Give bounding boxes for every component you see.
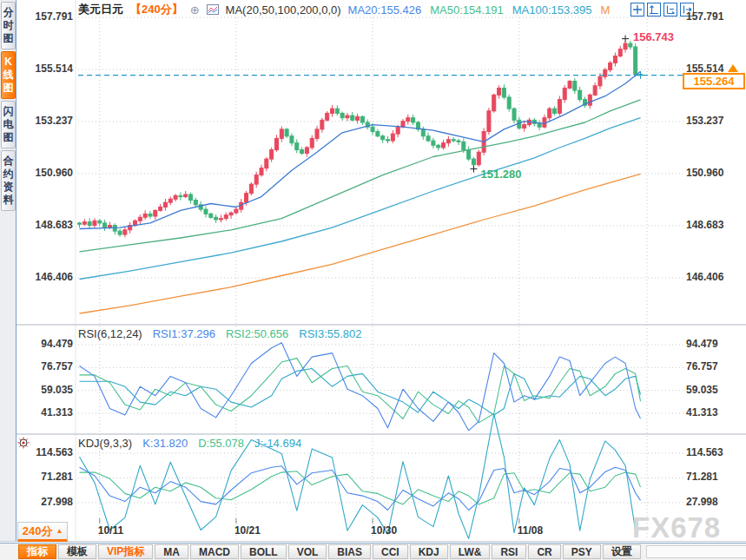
kdj-indicator-header: KDJ(9,3,3) K:31.820D:55.078J:-14.694 xyxy=(78,437,301,450)
sidebar-tabs: 分 时 图K 线 图闪 电 图合 约 资 料 xyxy=(0,0,17,541)
toolbar-button-BOLL[interactable]: BOLL xyxy=(241,544,287,559)
indicator-value: K:31.820 xyxy=(142,437,188,450)
period-selector-button[interactable]: 240分 ▲ xyxy=(17,522,68,542)
toolbar-button-KDJ[interactable]: KDJ xyxy=(410,544,448,559)
toolbar-button-设置[interactable]: 设置 xyxy=(603,544,641,559)
watermark: FX678 xyxy=(632,511,721,544)
symbol-title: 美元日元 xyxy=(78,2,123,17)
chevron-up-icon: ▲ xyxy=(56,527,63,535)
high-price-annotation: 156.743 xyxy=(633,30,674,43)
indicator-value: MA100:153.395 xyxy=(512,3,592,16)
chart-tool-icons xyxy=(630,3,694,16)
toolbar-button-LW&[interactable]: LW& xyxy=(450,544,491,559)
shift-right-icon[interactable] xyxy=(680,3,694,16)
mini-chart-icon[interactable] xyxy=(207,4,219,15)
indicator-value: MA20:155.426 xyxy=(348,3,422,16)
circle-plus-icon[interactable]: ⊕ xyxy=(190,3,200,16)
indicator-value: RSI1:37.296 xyxy=(153,327,215,340)
candles xyxy=(78,41,643,237)
sidebar-tab-tick-chart[interactable]: 闪 电 图 xyxy=(1,101,16,148)
sidebar-tab-kline-chart[interactable]: K 线 图 xyxy=(1,51,16,99)
toolbar-button-MACD[interactable]: MACD xyxy=(190,544,239,559)
crosshair-icon[interactable] xyxy=(630,3,644,16)
indicator-marker-icon[interactable] xyxy=(17,437,30,449)
toolbar-button-BIAS[interactable]: BIAS xyxy=(328,544,371,559)
rsi-values: RSI1:37.296RSI2:50.656RSI3:55.802 xyxy=(153,327,362,340)
kdj-name: KDJ(9,3,3) xyxy=(78,437,132,450)
indicator-value: M xyxy=(601,3,611,16)
trading-app: 分 时 图K 线 图闪 电 图合 约 资 料 美元日元 【240分】 ⊕ MA(… xyxy=(0,0,746,560)
indicator-value: RSI3:55.802 xyxy=(299,327,361,340)
toolbar-button-RSI[interactable]: RSI xyxy=(492,544,526,559)
toolbar-button-VOL[interactable]: VOL xyxy=(288,544,327,559)
low-price-annotation: 151.280 xyxy=(480,168,521,181)
sidebar-tab-contract-info[interactable]: 合 约 资 料 xyxy=(1,150,16,211)
bottom-toolbar: 指标模板VIP指标MAMACDBOLLVOLBIASCCIKDJLW&RSICR… xyxy=(0,543,746,560)
ma-settings-label: MA(20,50,100,200,0,0) xyxy=(226,3,341,16)
y-axis-scale-icon[interactable] xyxy=(647,3,661,16)
toolbar-button-指标[interactable]: 指标 xyxy=(18,544,56,559)
period-tag: 【240分】 xyxy=(130,2,183,17)
sidebar-tab-time-chart[interactable]: 分 时 图 xyxy=(1,2,16,49)
indicator-value: RSI2:50.656 xyxy=(226,327,288,340)
toolbar-button-MA[interactable]: MA xyxy=(155,544,188,559)
toolbar-button-CCI[interactable]: CCI xyxy=(373,544,408,559)
toolbar-button-PSY[interactable]: PSY xyxy=(563,544,601,559)
indicator-value: J:-14.694 xyxy=(254,437,301,450)
period-selector-label: 240分 xyxy=(23,524,53,539)
price-arrow-up-icon xyxy=(728,64,738,72)
rsi-indicator-header: RSI(6,12,24) RSI1:37.296RSI2:50.656RSI3:… xyxy=(78,327,362,340)
ma-values: MA20:155.426MA50:154.191MA100:153.395M xyxy=(348,3,619,16)
last-price-box: 155.264 xyxy=(683,73,745,89)
chart-canvas[interactable] xyxy=(0,0,746,560)
x-axis-scale-icon[interactable] xyxy=(663,3,677,16)
toolbar-button-VIP指标[interactable]: VIP指标 xyxy=(98,544,153,559)
toolbar-status-strip xyxy=(646,545,746,558)
gridlines xyxy=(76,0,684,540)
chart-header: 美元日元 【240分】 ⊕ MA(20,50,100,200,0,0) MA20… xyxy=(78,2,618,17)
rsi-name: RSI(6,12,24) xyxy=(78,327,142,340)
toolbar-button-CR[interactable]: CR xyxy=(528,544,560,559)
indicator-value: D:55.078 xyxy=(198,437,244,450)
kdj-values: K:31.820D:55.078J:-14.694 xyxy=(142,437,301,450)
indicator-value: MA50:154.191 xyxy=(430,3,504,16)
toolbar-button-模板[interactable]: 模板 xyxy=(58,544,96,559)
